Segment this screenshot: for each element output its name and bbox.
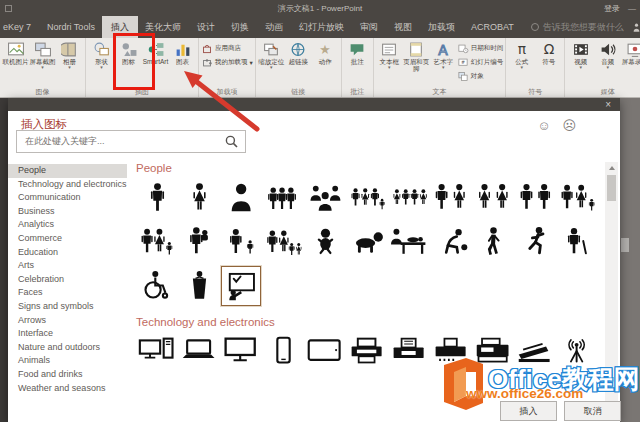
tab-nordri-tools[interactable]: Nordri Tools bbox=[38, 16, 104, 38]
icon-laptop[interactable] bbox=[178, 332, 220, 370]
icon-tablet[interactable] bbox=[304, 332, 346, 370]
icon-baby[interactable] bbox=[304, 222, 346, 260]
ribbon-button-textbox[interactable]: 文本框▾ bbox=[376, 40, 403, 70]
ribbon-button-zoom-slides[interactable]: 缩放定位▾ bbox=[258, 40, 285, 70]
ribbon-button-screen-recording[interactable]: 屏幕录制 bbox=[621, 40, 640, 65]
sidebar-item-analytics[interactable]: Analytics bbox=[8, 218, 127, 232]
icon-woman[interactable] bbox=[178, 178, 220, 216]
ribbon-button-equation[interactable]: π公式▾ bbox=[508, 40, 535, 70]
icon-crowd-four[interactable] bbox=[388, 178, 430, 216]
ribbon-button-audio[interactable]: 音频▾ bbox=[594, 40, 621, 70]
icon-baby-crawling[interactable] bbox=[346, 222, 388, 260]
icon-group-team[interactable] bbox=[304, 178, 346, 216]
icon-presentation-board[interactable] bbox=[221, 266, 261, 306]
icon-lecturer[interactable] bbox=[178, 266, 220, 304]
tab-acrobat[interactable]: ACROBAT bbox=[462, 16, 523, 38]
tab-item[interactable]: 动画 bbox=[256, 16, 292, 38]
ribbon-button-photo-album[interactable]: 相册▾ bbox=[56, 40, 83, 70]
icon-person-walking[interactable] bbox=[472, 222, 514, 260]
sidebar-item-people[interactable]: People bbox=[8, 164, 127, 178]
icon-family-of-four[interactable] bbox=[262, 222, 304, 260]
sidebar-item-interface[interactable]: Interface bbox=[8, 327, 127, 341]
tell-me-box[interactable]: 告诉我您想要做什么 bbox=[523, 16, 632, 38]
frown-icon[interactable]: ☹ bbox=[562, 118, 588, 133]
sidebar-item-food-and-drinks[interactable]: Food and drinks bbox=[8, 368, 127, 382]
icon-couple[interactable] bbox=[430, 178, 472, 216]
icon-two-women[interactable] bbox=[472, 178, 514, 216]
watermark-url: www.office26.com bbox=[466, 386, 583, 401]
sidebar-item-weather-and-seasons[interactable]: Weather and seasons bbox=[8, 382, 127, 396]
icon-smartphone[interactable] bbox=[262, 332, 304, 370]
ribbon-button-symbol[interactable]: Ω符号 bbox=[535, 40, 562, 65]
ribbon-button-online-pictures[interactable]: 联机图片 bbox=[2, 40, 29, 65]
tab-item[interactable]: 视图 bbox=[385, 16, 421, 38]
icon-person-wheelchair[interactable] bbox=[136, 266, 178, 304]
ribbon-group-label: 媒体 bbox=[565, 87, 640, 97]
sidebar-item-nature-and-outdoors[interactable]: Nature and outdoors bbox=[8, 341, 127, 355]
sidebar-item-faces[interactable]: Faces bbox=[8, 286, 127, 300]
sidebar-item-signs-and-symbols[interactable]: Signs and symbols bbox=[8, 300, 127, 314]
sidebar-item-business[interactable]: Business bbox=[8, 205, 127, 219]
minimize-button[interactable]: — bbox=[628, 4, 636, 13]
ribbon-button-action[interactable]: ★动作 bbox=[312, 40, 339, 65]
close-icon[interactable]: × bbox=[596, 100, 620, 110]
icon-monitor[interactable] bbox=[220, 332, 262, 370]
ribbon-button-hyperlink[interactable]: 超链接 bbox=[285, 40, 312, 65]
ribbon-button-video[interactable]: 视频▾ bbox=[567, 40, 594, 70]
tab-item[interactable]: 幻灯片放映 bbox=[290, 16, 353, 38]
icon-two-men[interactable] bbox=[514, 178, 556, 216]
ribbon-button-chart[interactable]: 图表 bbox=[169, 40, 196, 65]
sidebar-item-technology-and-electronics[interactable]: Technology and electronics bbox=[8, 178, 127, 192]
ribbon-button-slide-number[interactable]: #幻灯片编号 bbox=[457, 57, 504, 68]
tab-ekey-7[interactable]: eKey 7 bbox=[0, 16, 40, 38]
icon-man[interactable] bbox=[136, 178, 178, 216]
icon-row bbox=[136, 222, 604, 260]
icon-adult-with-toddler[interactable] bbox=[220, 222, 262, 260]
icon-parent-with-baby[interactable] bbox=[178, 222, 220, 260]
ribbon-button-my-addins[interactable]: 我的加载项▾ bbox=[201, 57, 253, 68]
ribbon-button-object[interactable]: 对象 bbox=[457, 71, 504, 82]
icon-baby-changing[interactable] bbox=[388, 222, 430, 260]
ribbon-group-item: 应用商店我的加载项▾加载项 bbox=[199, 38, 256, 97]
scrollbar-thumb[interactable] bbox=[607, 175, 616, 201]
sidebar-item-commerce[interactable]: Commerce bbox=[8, 232, 127, 246]
scroll-up-icon[interactable] bbox=[605, 162, 618, 174]
icon-person-with-ball[interactable] bbox=[430, 222, 472, 260]
icon-person-bust[interactable] bbox=[220, 178, 262, 216]
tab-item[interactable]: 设计 bbox=[188, 16, 224, 38]
search-input[interactable]: 在此处键入关键字... bbox=[16, 130, 246, 153]
tab-item[interactable]: 加载项 bbox=[419, 16, 464, 38]
tab-item[interactable]: 审阅 bbox=[351, 16, 387, 38]
icon-printer-document[interactable] bbox=[388, 332, 430, 370]
insert-button[interactable]: 插入 bbox=[500, 401, 557, 421]
sidebar-item-education[interactable]: Education bbox=[8, 246, 127, 260]
ribbon-button-store[interactable]: 应用商店 bbox=[201, 43, 253, 54]
search-icon[interactable] bbox=[225, 135, 238, 148]
icon-printer[interactable] bbox=[346, 332, 388, 370]
ribbon-button-wordart[interactable]: A艺术字▾ bbox=[430, 40, 457, 70]
icon-elder-with-cane[interactable] bbox=[556, 222, 598, 260]
ribbon-button-shapes[interactable]: 形状▾ bbox=[88, 40, 115, 70]
sidebar-item-communication[interactable]: Communication bbox=[8, 191, 127, 205]
ribbon-button-comment[interactable]: 批注 bbox=[344, 40, 371, 65]
icon-crowd-three[interactable] bbox=[346, 178, 388, 216]
office-logo-icon bbox=[440, 358, 486, 410]
ribbon-group-label: 链接 bbox=[256, 87, 341, 97]
share-button[interactable]: 共享 bbox=[632, 16, 640, 38]
ribbon-button-date-time[interactable]: 日期和时间 bbox=[457, 43, 504, 54]
icon-three-men[interactable] bbox=[262, 178, 304, 216]
icon-person-running[interactable] bbox=[514, 222, 556, 260]
ribbon-button-header-footer[interactable]: 页眉和页脚 bbox=[403, 40, 430, 72]
icon-desktop-computer[interactable] bbox=[136, 332, 178, 370]
sidebar-item-arts[interactable]: Arts bbox=[8, 259, 127, 273]
tab-item[interactable]: 切换 bbox=[222, 16, 258, 38]
cancel-button[interactable]: 取消 bbox=[564, 401, 621, 421]
login-label[interactable]: 登录 bbox=[604, 3, 620, 14]
sidebar-item-arrows[interactable]: Arrows bbox=[8, 314, 127, 328]
ribbon-button-screenshot[interactable]: 屏幕截图▾ bbox=[29, 40, 56, 70]
smile-icon[interactable]: ☺ bbox=[537, 118, 562, 133]
icon-family-with-child[interactable] bbox=[556, 178, 598, 216]
icon-family-child[interactable] bbox=[136, 222, 178, 260]
sidebar-item-animals[interactable]: Animals bbox=[8, 354, 127, 368]
sidebar-item-celebration[interactable]: Celebration bbox=[8, 273, 127, 287]
